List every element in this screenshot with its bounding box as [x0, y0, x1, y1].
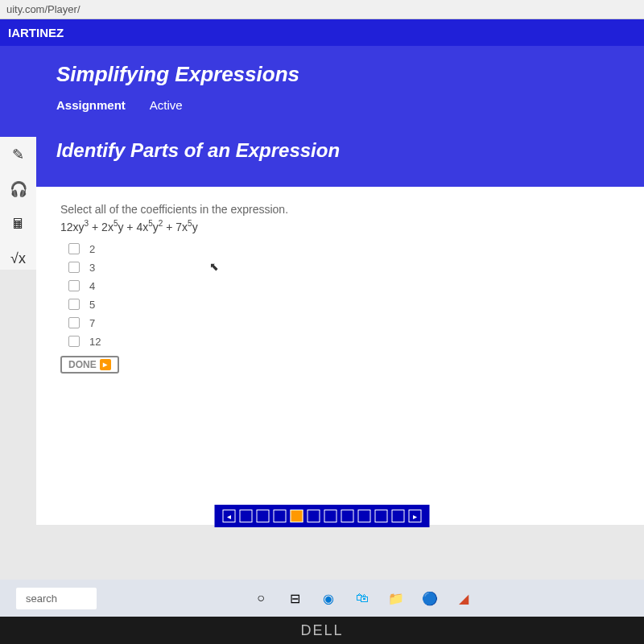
search-input[interactable]: search: [16, 588, 97, 609]
section-title: Identify Parts of an Expression: [56, 139, 644, 162]
page-box[interactable]: [392, 510, 405, 522]
folder-icon[interactable]: 📁: [386, 588, 406, 608]
page-box[interactable]: [240, 510, 253, 522]
store-icon[interactable]: 🛍: [353, 588, 372, 608]
option-row[interactable]: 12: [68, 336, 620, 348]
checkbox[interactable]: [68, 336, 80, 347]
powerpoint-icon[interactable]: ◢: [454, 588, 473, 608]
option-row[interactable]: 7: [68, 317, 620, 329]
options-list: 2 3 4 5 7 12: [68, 243, 620, 348]
address-bar[interactable]: uity.com/Player/: [0, 0, 644, 19]
option-label: 5: [89, 299, 95, 311]
page-navigator: ◂ ▸: [215, 505, 430, 527]
option-label: 3: [89, 262, 95, 274]
option-label: 2: [89, 243, 95, 255]
page-box[interactable]: [375, 510, 388, 522]
checkbox[interactable]: [68, 243, 80, 254]
option-label: 7: [89, 317, 95, 329]
user-header: IARTINEZ: [0, 19, 644, 46]
option-row[interactable]: 3: [68, 262, 620, 274]
question-content: Select all of the coefficients in the ex…: [36, 187, 644, 525]
page-box[interactable]: [324, 510, 337, 522]
option-row[interactable]: 2: [68, 243, 620, 255]
page-box[interactable]: [274, 510, 287, 522]
calculator-icon[interactable]: 🖩: [7, 213, 30, 235]
tab-assignment[interactable]: Assignment: [56, 93, 126, 117]
done-button[interactable]: DONE▸: [60, 356, 119, 374]
checkbox[interactable]: [68, 262, 80, 273]
sqrt-icon[interactable]: √x: [7, 247, 30, 270]
page-title: Simplifying Expressions: [56, 62, 644, 87]
option-label: 4: [89, 280, 95, 292]
taskbar: search ○ ⊟ ◉ 🛍 📁 🔵 ◢: [0, 580, 644, 617]
tab-bar: Assignment Active: [56, 93, 644, 117]
tool-sidebar: ✎ 🎧 🖩 √x: [0, 137, 36, 270]
option-label: 12: [89, 336, 101, 348]
question-prompt: Select all of the coefficients in the ex…: [60, 203, 620, 216]
arrow-icon: ▸: [100, 359, 111, 370]
tab-active[interactable]: Active: [150, 93, 183, 117]
page-box[interactable]: [341, 510, 354, 522]
option-row[interactable]: 4: [68, 280, 620, 292]
page-box[interactable]: [358, 510, 371, 522]
checkbox[interactable]: [68, 280, 80, 291]
next-page-button[interactable]: ▸: [409, 510, 422, 522]
monitor-brand: DELL: [0, 617, 644, 644]
page-box-active[interactable]: [291, 510, 303, 522]
page-box[interactable]: [308, 510, 320, 522]
prev-page-button[interactable]: ◂: [223, 510, 236, 522]
edge-icon[interactable]: ◉: [319, 588, 338, 608]
headphones-icon[interactable]: 🎧: [7, 178, 30, 200]
chrome-icon[interactable]: 🔵: [420, 588, 440, 608]
pencil-icon[interactable]: ✎: [7, 143, 30, 166]
expression-text: 12xy3 + 2x5y + 4x5y2 + 7x5y: [60, 219, 620, 233]
task-view-icon[interactable]: ⊟: [285, 588, 304, 608]
checkbox[interactable]: [68, 299, 80, 310]
page-box[interactable]: [257, 510, 270, 522]
option-row[interactable]: 5: [68, 299, 620, 311]
checkbox[interactable]: [68, 317, 80, 328]
circle-icon[interactable]: ○: [251, 588, 270, 608]
lesson-header: Simplifying Expressions Assignment Activ…: [0, 46, 644, 187]
